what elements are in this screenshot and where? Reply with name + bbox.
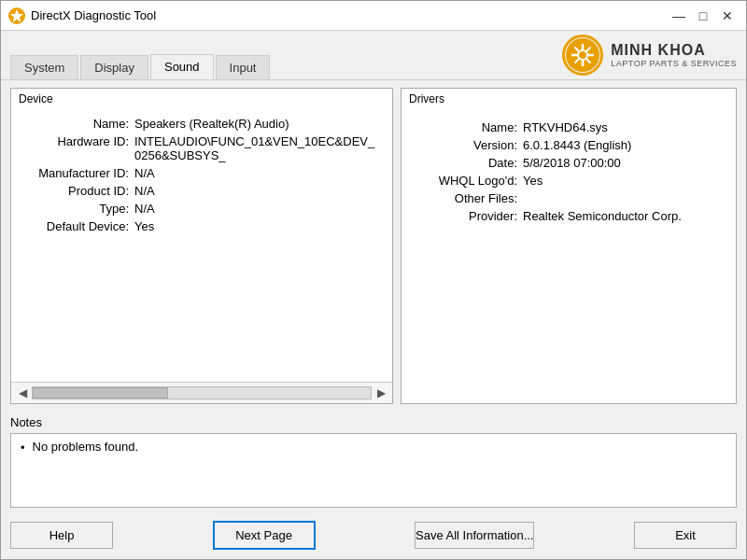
notes-label: Notes bbox=[10, 415, 737, 429]
drivers-panel: Drivers Name: RTKVHD64.sys Version: 6.0.… bbox=[401, 88, 737, 404]
field-label: WHQL Logo'd: bbox=[420, 174, 523, 188]
svg-marker-0 bbox=[10, 9, 23, 22]
field-label: Default Device: bbox=[22, 219, 134, 233]
table-row: Type: N/A bbox=[22, 202, 381, 216]
device-panel-content: Name: Speakers (Realtek(R) Audio) Hardwa… bbox=[11, 109, 392, 382]
scroll-left-arrow[interactable]: ◀ bbox=[15, 385, 30, 400]
maximize-button[interactable]: □ bbox=[692, 5, 714, 27]
logo-subtitle: LAPTOP PARTS & SERVICES bbox=[611, 59, 737, 68]
field-value: Speakers (Realtek(R) Audio) bbox=[134, 117, 289, 131]
scrollbar-thumb bbox=[33, 387, 168, 399]
field-value: N/A bbox=[134, 184, 155, 198]
logo-inner bbox=[566, 38, 599, 72]
tab-input[interactable]: Input bbox=[216, 55, 271, 79]
tab-sound[interactable]: Sound bbox=[150, 54, 214, 79]
field-value: RTKVHD64.sys bbox=[523, 120, 608, 134]
bottom-bar: Help Next Page Save All Information... E… bbox=[1, 513, 746, 559]
logo-circle bbox=[562, 35, 603, 76]
field-label: Version: bbox=[420, 138, 523, 152]
table-row: Hardware ID: INTELAUDIO\FUNC_01&VEN_10EC… bbox=[22, 134, 381, 162]
save-all-button[interactable]: Save All Information... bbox=[415, 522, 534, 549]
svg-line-6 bbox=[575, 48, 579, 51]
drivers-info: Name: RTKVHD64.sys Version: 6.0.1.8443 (… bbox=[402, 109, 736, 238]
logo-area: MINH KHOA LAPTOP PARTS & SERVICES bbox=[553, 31, 737, 79]
window-title: DirectX Diagnostic Tool bbox=[31, 8, 668, 22]
field-value: Realtek Semiconductor Corp. bbox=[523, 209, 682, 223]
field-value: N/A bbox=[134, 166, 155, 180]
notes-text: No problems found. bbox=[33, 440, 138, 454]
field-label: Other Files: bbox=[420, 191, 523, 205]
table-row: Default Device: Yes bbox=[22, 219, 381, 233]
logo-icon bbox=[570, 42, 596, 68]
device-panel: Device Name: Speakers (Realtek(R) Audio)… bbox=[10, 88, 393, 404]
table-row: Other Files: bbox=[420, 191, 717, 205]
field-label: Name: bbox=[420, 120, 523, 134]
svg-line-7 bbox=[586, 59, 590, 63]
table-row: WHQL Logo'd: Yes bbox=[420, 174, 717, 188]
table-row: Provider: Realtek Semiconductor Corp. bbox=[420, 209, 717, 223]
app-icon bbox=[8, 7, 25, 24]
window-controls: — □ ✕ bbox=[668, 5, 739, 27]
main-window: DirectX Diagnostic Tool — □ ✕ System Dis… bbox=[0, 0, 747, 560]
next-page-button[interactable]: Next Page bbox=[213, 521, 316, 550]
table-row: Product ID: N/A bbox=[22, 184, 381, 198]
field-value: 5/8/2018 07:00:00 bbox=[523, 156, 621, 170]
field-label: Name: bbox=[22, 117, 134, 131]
tab-display[interactable]: Display bbox=[80, 55, 148, 79]
drivers-panel-title: Drivers bbox=[402, 89, 736, 109]
exit-button[interactable]: Exit bbox=[634, 522, 737, 549]
field-label: Product ID: bbox=[22, 184, 134, 198]
svg-point-1 bbox=[578, 50, 587, 60]
scroll-right-arrow[interactable]: ▶ bbox=[374, 385, 388, 400]
close-button[interactable]: ✕ bbox=[716, 5, 739, 27]
field-value: INTELAUDIO\FUNC_01&VEN_10EC&DEV_0256&SUB… bbox=[134, 134, 381, 162]
table-row: Name: RTKVHD64.sys bbox=[420, 120, 717, 134]
field-value: 6.0.1.8443 (English) bbox=[523, 138, 631, 152]
device-panel-title: Device bbox=[11, 89, 392, 109]
main-content: Device Name: Speakers (Realtek(R) Audio)… bbox=[1, 80, 746, 412]
header-area: System Display Sound Input bbox=[1, 31, 746, 80]
field-label: Manufacturer ID: bbox=[22, 166, 134, 180]
title-bar: DirectX Diagnostic Tool — □ ✕ bbox=[1, 1, 746, 31]
field-label: Type: bbox=[22, 202, 134, 216]
device-scrollbar: ◀ ▶ bbox=[11, 382, 392, 403]
field-label: Date: bbox=[420, 156, 523, 170]
notes-section: Notes • No problems found. bbox=[1, 412, 746, 513]
scrollbar-track[interactable] bbox=[32, 386, 372, 399]
field-label: Hardware ID: bbox=[22, 134, 134, 148]
field-value: N/A bbox=[134, 202, 155, 216]
logo-text: MINH KHOA LAPTOP PARTS & SERVICES bbox=[611, 42, 737, 68]
field-value: Yes bbox=[134, 219, 154, 233]
table-row: Name: Speakers (Realtek(R) Audio) bbox=[22, 117, 381, 131]
svg-line-8 bbox=[586, 48, 590, 51]
table-row: Version: 6.0.1.8443 (English) bbox=[420, 138, 717, 152]
minimize-button[interactable]: — bbox=[668, 5, 690, 27]
bullet-icon: • bbox=[21, 441, 25, 455]
table-row: Date: 5/8/2018 07:00:00 bbox=[420, 156, 717, 170]
svg-line-9 bbox=[575, 59, 579, 63]
tabs-section: System Display Sound Input bbox=[10, 47, 553, 79]
field-value: Yes bbox=[523, 174, 543, 188]
tab-system[interactable]: System bbox=[10, 55, 78, 79]
list-item: • No problems found. bbox=[21, 440, 726, 455]
table-row: Manufacturer ID: N/A bbox=[22, 166, 381, 180]
device-info-table: Name: Speakers (Realtek(R) Audio) Hardwa… bbox=[22, 117, 381, 233]
logo-name: MINH KHOA bbox=[611, 42, 737, 59]
help-button[interactable]: Help bbox=[10, 522, 113, 549]
notes-box: • No problems found. bbox=[10, 433, 737, 508]
field-label: Provider: bbox=[420, 209, 523, 223]
